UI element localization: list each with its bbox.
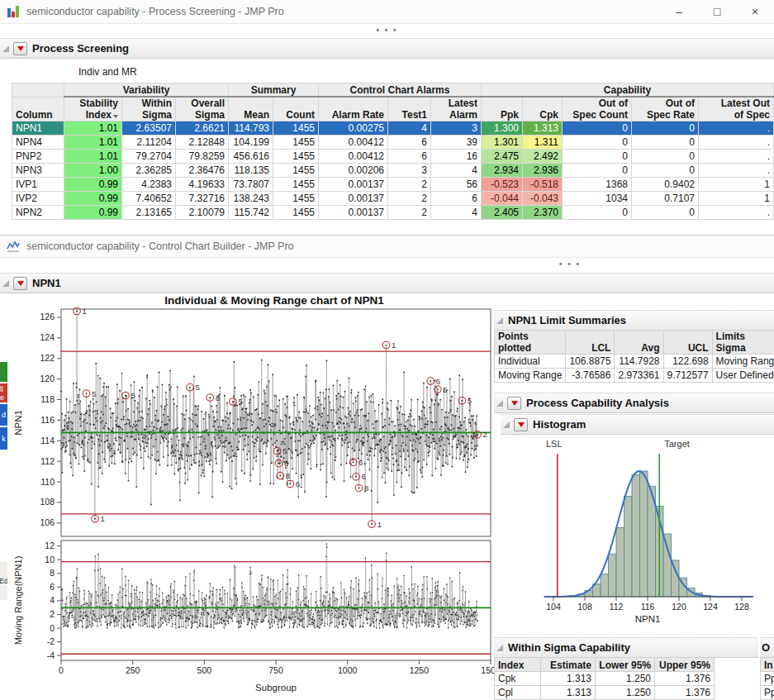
cell[interactable]: 1.301 — [482, 136, 523, 150]
column-header[interactable]: UCL — [663, 331, 712, 355]
individual-moving-range-chart[interactable]: Individual & Moving Range chart of NPN11… — [12, 294, 507, 699]
maximize-icon[interactable]: □ — [698, 0, 736, 23]
cell[interactable]: 114.7928 — [615, 355, 663, 369]
column-header[interactable]: Pointsplotted — [495, 331, 566, 355]
cell[interactable]: 1455 — [273, 206, 319, 220]
histogram-bar[interactable] — [601, 574, 609, 597]
cell[interactable]: 0 — [632, 164, 699, 178]
cell[interactable]: 6 — [388, 150, 431, 164]
column-header[interactable]: OverallSigma — [176, 97, 229, 121]
cell[interactable]: 1.01 — [64, 136, 122, 150]
cell[interactable]: 4 — [431, 206, 482, 220]
cell[interactable]: 1.313 — [523, 121, 563, 136]
cell[interactable]: . — [699, 206, 774, 220]
table-row[interactable]: NPN11.012.635072.6621114.79314550.002754… — [12, 121, 774, 136]
cell[interactable]: 0.7107 — [632, 192, 699, 206]
column-header[interactable]: Count — [273, 97, 319, 121]
cell[interactable]: 0.99 — [64, 192, 122, 206]
column-header[interactable]: WithinSigma — [122, 97, 176, 121]
cell[interactable]: NPN1 — [12, 121, 64, 136]
cell[interactable]: 2.63507 — [122, 121, 176, 136]
cell[interactable]: -3.76586 — [566, 369, 615, 383]
cell[interactable]: 1455 — [273, 164, 319, 178]
cell[interactable]: 7.32716 — [176, 192, 229, 206]
cell[interactable]: NPN2 — [12, 206, 64, 220]
cell[interactable]: 9.712577 — [663, 369, 712, 383]
cell[interactable]: 1368 — [563, 178, 632, 192]
cell[interactable]: 1034 — [563, 192, 632, 206]
cell[interactable]: 2.370 — [523, 206, 563, 220]
close-icon[interactable]: × — [736, 0, 774, 23]
table-row[interactable]: IVP20.997.406527.32716138.24314550.00137… — [12, 192, 774, 206]
window1-titlebar[interactable]: semiconductor capability - Process Scree… — [0, 0, 774, 24]
table-row[interactable]: Individual106.8875114.7928122.698Moving … — [495, 355, 774, 369]
cell[interactable]: 56 — [431, 178, 482, 192]
cell[interactable]: Cpk — [495, 672, 541, 686]
cell[interactable]: . — [699, 136, 774, 150]
minimize-icon[interactable]: – — [660, 0, 698, 23]
cell[interactable]: 6 — [388, 136, 431, 150]
cell[interactable]: PNP2 — [12, 150, 64, 164]
red-triangle-menu-icon[interactable] — [507, 397, 521, 410]
cell[interactable]: 2.6621 — [176, 121, 229, 136]
cell[interactable]: 4.2383 — [122, 178, 176, 192]
cell[interactable]: 106.8875 — [566, 355, 615, 369]
cell[interactable]: 1 — [699, 192, 774, 206]
table-row[interactable]: NPN31.002.362852.36476118.13514550.00206… — [12, 164, 774, 178]
cell[interactable]: 0.00412 — [319, 150, 388, 164]
cell[interactable]: 0.99 — [64, 206, 122, 220]
cell[interactable]: 2.10079 — [176, 206, 229, 220]
cell[interactable]: 2.36476 — [176, 164, 229, 178]
column-header[interactable]: Mean — [229, 97, 273, 121]
histogram-bar[interactable] — [609, 554, 617, 597]
column-header[interactable]: Out ofSpec Count — [563, 97, 632, 121]
column-header[interactable]: Test1 — [388, 97, 431, 121]
column-header[interactable]: Cpk — [523, 97, 563, 121]
disclosure-icon[interactable] — [2, 45, 9, 52]
cell[interactable]: 1.376 — [655, 686, 715, 700]
cell[interactable]: 2.934 — [482, 164, 523, 178]
cell[interactable]: 4 — [388, 121, 431, 136]
cell[interactable]: User Defined — [712, 369, 774, 383]
cell[interactable]: 1.376 — [655, 672, 715, 686]
cell[interactable]: 0.00137 — [319, 178, 388, 192]
cell[interactable]: 0 — [632, 150, 699, 164]
cell[interactable]: 0 — [563, 150, 632, 164]
cell[interactable]: NPN3 — [12, 164, 64, 178]
cell[interactable]: 2 — [388, 192, 431, 206]
column-header[interactable]: Out ofSpec Rate — [632, 97, 699, 121]
table-row[interactable]: Moving Range-3.765862.9733619.712577User… — [495, 369, 774, 383]
cell[interactable]: 1455 — [273, 192, 319, 206]
cell[interactable]: 1455 — [273, 121, 319, 136]
cell[interactable]: 0 — [632, 136, 699, 150]
cell[interactable]: 1455 — [273, 178, 319, 192]
cell[interactable]: 115.742 — [229, 206, 273, 220]
cell[interactable]: 39 — [431, 136, 482, 150]
cell[interactable]: 1.01 — [64, 121, 122, 136]
cell[interactable]: . — [699, 121, 774, 136]
table-row[interactable]: NPN41.012.112042.12848104.19914550.00412… — [12, 136, 774, 150]
red-triangle-menu-icon[interactable] — [13, 277, 27, 290]
table-row[interactable]: Pp — [761, 672, 774, 686]
disclosure-icon[interactable] — [496, 400, 503, 407]
splitter-handle-icon[interactable]: • • • — [0, 26, 774, 35]
cell[interactable]: 0 — [632, 121, 699, 136]
cell[interactable]: -0.044 — [482, 192, 523, 206]
cell[interactable]: 2.936 — [523, 164, 563, 178]
cell[interactable]: Moving Range — [712, 355, 774, 369]
cell[interactable]: 456.616 — [229, 150, 273, 164]
histogram-bar[interactable] — [663, 534, 672, 597]
red-triangle-menu-icon[interactable] — [514, 418, 528, 431]
disclosure-icon[interactable] — [496, 317, 503, 324]
cell[interactable]: 0.00206 — [319, 164, 388, 178]
column-header[interactable]: Column — [12, 97, 64, 121]
cell[interactable]: 0 — [632, 206, 699, 220]
column-header[interactable]: Lower 95% — [596, 658, 655, 672]
cell[interactable]: NPN4 — [12, 136, 64, 150]
disclosure-icon[interactable] — [503, 421, 510, 428]
cell[interactable]: 122.698 — [663, 355, 712, 369]
column-header[interactable]: Index — [495, 658, 541, 672]
table-row[interactable]: IVP10.994.23834.1963373.780714550.001372… — [12, 178, 774, 192]
cell[interactable]: 104.199 — [229, 136, 273, 150]
red-triangle-menu-icon[interactable] — [13, 42, 27, 55]
